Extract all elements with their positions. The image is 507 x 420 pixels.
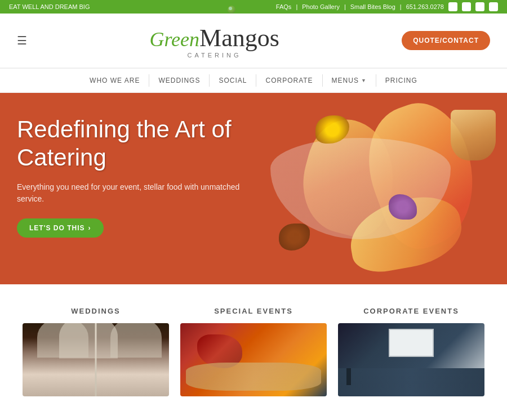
logo[interactable]: GreenMangos CATERING <box>149 21 279 60</box>
hero-glass <box>451 110 496 160</box>
hero-subtitle: Everything you need for your event, stel… <box>17 181 254 205</box>
special-events-card[interactable]: SPECIAL EVENTS <box>180 307 327 396</box>
nav-pricing[interactable]: PRICING <box>376 74 426 87</box>
top-bar-right: FAQs | Photo Gallery | Small Bites Blog … <box>276 2 498 11</box>
hero-title: Redefining the Art of Catering <box>17 115 254 172</box>
nav-weddings[interactable]: WEDDINGS <box>149 74 210 87</box>
nav-faqs[interactable]: FAQs <box>276 3 292 10</box>
corporate-events-card[interactable]: CORPORATE EVENTS <box>338 307 484 396</box>
hero-content: Redefining the Art of Catering Everythin… <box>17 115 254 238</box>
instagram-icon[interactable]: ● <box>462 2 471 11</box>
logo-mangos: Mangos <box>199 24 279 52</box>
navigation: WHO WE ARE WEDDINGS SOCIAL CORPORATE MEN… <box>0 68 507 93</box>
logo-catering: CATERING <box>149 52 279 59</box>
arrow-icon: › <box>88 224 91 232</box>
phone-number: 651.263.0278 <box>406 3 444 10</box>
quote-contact-button[interactable]: QUOTE/CONTACT <box>402 31 490 50</box>
wedding-card-image <box>23 323 169 396</box>
header: ☰ GreenMangos CATERING QUOTE/CONTACT <box>0 14 507 68</box>
wedding-card-title: WEDDINGS <box>23 307 169 315</box>
top-bar: EAT WELL AND DREAM BIG FAQs | Photo Gall… <box>0 0 507 14</box>
olive-icon <box>228 6 235 14</box>
linkedin-icon[interactable]: in <box>489 2 498 11</box>
menu-icon[interactable]: ☰ <box>17 34 27 47</box>
hero-flower-3 <box>279 224 310 251</box>
twitter-icon[interactable]: t <box>475 2 484 11</box>
special-events-card-title: SPECIAL EVENTS <box>180 307 327 315</box>
corporate-events-card-title: CORPORATE EVENTS <box>338 307 484 315</box>
tagline: EAT WELL AND DREAM BIG <box>9 3 90 10</box>
hero-cta-button[interactable]: LET'S DO THIS › <box>17 218 104 238</box>
corporate-events-card-image <box>338 323 484 396</box>
nav-blog[interactable]: Small Bites Blog <box>350 3 395 10</box>
cards-section: WEDDINGS SPECIAL EVENTS CORPORATE EVENTS <box>0 284 507 396</box>
nav-gallery[interactable]: Photo Gallery <box>302 3 340 10</box>
nav-menus[interactable]: MENUS ▼ <box>323 74 376 87</box>
nav-corporate[interactable]: CORPORATE <box>256 74 322 87</box>
special-events-card-image <box>180 323 327 396</box>
chevron-down-icon: ▼ <box>361 78 367 83</box>
facebook-icon[interactable]: f <box>448 2 457 11</box>
hero-section: Redefining the Art of Catering Everythin… <box>0 93 507 284</box>
nav-who-we-are[interactable]: WHO WE ARE <box>81 74 149 87</box>
logo-green: Green <box>149 28 199 51</box>
nav-social[interactable]: SOCIAL <box>210 74 256 87</box>
wedding-card[interactable]: WEDDINGS <box>23 307 169 396</box>
